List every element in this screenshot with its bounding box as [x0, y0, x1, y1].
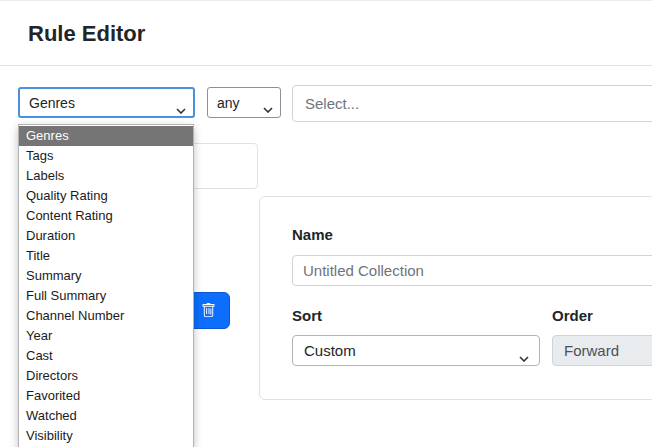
- sort-label: Sort: [292, 307, 322, 324]
- field-select[interactable]: Genres: [18, 87, 195, 118]
- dropdown-option[interactable]: Quality Rating: [19, 186, 193, 206]
- field-select-value: Genres: [29, 95, 75, 111]
- dropdown-option[interactable]: Visibility: [19, 426, 193, 446]
- dropdown-option[interactable]: Watched: [19, 406, 193, 426]
- sort-select[interactable]: Custom: [292, 335, 540, 366]
- name-label: Name: [292, 226, 333, 243]
- dropdown-option[interactable]: Channel Number: [19, 306, 193, 326]
- dropdown-option[interactable]: Content Rating: [19, 206, 193, 226]
- dropdown-option[interactable]: Cast: [19, 346, 193, 366]
- dropdown-option[interactable]: Duration: [19, 226, 193, 246]
- order-label: Order: [552, 307, 593, 324]
- sort-select-value: Custom: [304, 342, 356, 359]
- dropdown-option[interactable]: Year: [19, 326, 193, 346]
- value-select[interactable]: Select...: [292, 85, 652, 122]
- dropdown-option[interactable]: Favorited: [19, 386, 193, 406]
- value-select-placeholder: Select...: [305, 95, 359, 112]
- collection-name-input[interactable]: [292, 255, 652, 286]
- order-select-value: Forward: [564, 342, 619, 359]
- chevron-down-icon: [519, 348, 529, 365]
- operator-select[interactable]: any: [207, 87, 281, 118]
- rule-editor-modal: Rule Editor Name Sort Order Custom Forwa…: [0, 0, 652, 447]
- dropdown-option[interactable]: Tags: [19, 146, 193, 166]
- trash-icon: [201, 303, 216, 322]
- header-divider: [0, 65, 652, 66]
- page-title: Rule Editor: [28, 21, 145, 47]
- dropdown-option[interactable]: Labels: [19, 166, 193, 186]
- chevron-down-icon: [263, 100, 273, 116]
- operator-select-value: any: [217, 95, 240, 111]
- field-select-dropdown: Genres Tags Labels Quality Rating Conten…: [18, 124, 194, 447]
- dropdown-option[interactable]: Title: [19, 246, 193, 266]
- dropdown-option[interactable]: Directors: [19, 366, 193, 386]
- dropdown-option[interactable]: Full Summary: [19, 286, 193, 306]
- dropdown-option[interactable]: Summary: [19, 266, 193, 286]
- collection-settings-panel: Name Sort Order Custom Forward: [259, 196, 652, 400]
- order-select[interactable]: Forward: [552, 335, 652, 366]
- chevron-down-icon: [176, 101, 186, 117]
- dropdown-option[interactable]: Genres: [19, 126, 193, 146]
